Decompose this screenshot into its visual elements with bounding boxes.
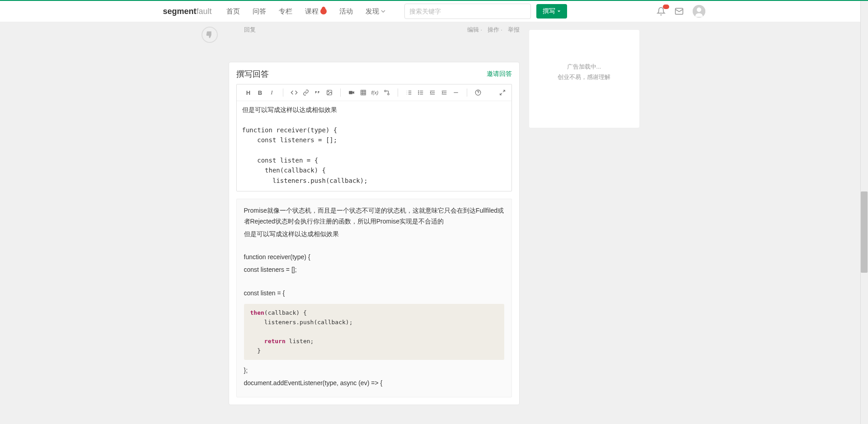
code-keyword: then — [250, 309, 264, 316]
fire-icon — [320, 8, 327, 14]
nav-discover-label: 发现 — [366, 7, 379, 16]
nav-course[interactable]: 课程 — [300, 4, 332, 19]
preview-line: const listeners = []; — [244, 265, 504, 275]
fullscreen-button[interactable] — [497, 87, 508, 98]
code-text: } — [250, 347, 261, 354]
hr-button[interactable] — [450, 87, 461, 98]
preview-line: }; — [244, 365, 504, 376]
formula-button[interactable]: f(x) — [370, 87, 380, 98]
nav-column[interactable]: 专栏 — [273, 4, 298, 19]
indent-button[interactable] — [439, 87, 450, 98]
report-link[interactable]: 举报 — [508, 26, 520, 33]
svg-line-34 — [500, 93, 502, 95]
italic-button[interactable]: I — [267, 87, 277, 98]
svg-rect-6 — [361, 90, 366, 95]
svg-point-4 — [328, 91, 328, 92]
code-text: listeners.push(callback); — [250, 319, 353, 326]
preview-panel: Promise就像一个状态机，而且是一个状态不可逆的状态机，这就意味它只会在到达… — [236, 199, 512, 397]
ordered-list-button[interactable] — [404, 87, 414, 98]
notification-badge — [663, 5, 669, 9]
nav-discover[interactable]: 发现 — [360, 4, 391, 19]
caret-down-icon — [557, 9, 561, 13]
flowchart-button[interactable] — [381, 87, 392, 98]
unordered-list-button[interactable] — [415, 87, 426, 98]
svg-point-12 — [387, 93, 389, 95]
editor-textarea[interactable] — [237, 101, 511, 190]
nav-home[interactable]: 首页 — [221, 4, 245, 19]
search-input[interactable] — [404, 4, 531, 19]
ad-box: 广告加载中... 创业不易，感谢理解 — [529, 29, 640, 128]
svg-point-11 — [384, 90, 386, 92]
video-button[interactable] — [346, 87, 357, 98]
editor-toolbar: H B I — [237, 84, 511, 101]
heading-button[interactable]: H — [243, 87, 254, 98]
logo-bold: segment — [163, 7, 197, 16]
scrollbar-thumb[interactable] — [861, 191, 868, 273]
editor-wrap: H B I — [236, 84, 512, 191]
mail-icon[interactable] — [675, 7, 684, 16]
sidebar: 广告加载中... 创业不易，感谢理解 — [529, 29, 640, 405]
svg-point-21 — [418, 91, 418, 91]
preview-line: 但是可以写成这样以达成相似效果 — [244, 229, 504, 240]
preview-code-block: then(callback) { listeners.push(callback… — [244, 304, 504, 360]
code-text: (callback) { — [264, 309, 307, 316]
write-button[interactable]: 撰写 — [536, 4, 567, 19]
logo[interactable]: segmentfault — [163, 7, 212, 16]
answer-editor-box: 撰写回答 邀请回答 H B I — [229, 62, 520, 405]
preview-line: Promise就像一个状态机，而且是一个状态不可逆的状态机，这就意味它只会在到达… — [244, 205, 504, 227]
ad-note-text: 创业不易，感谢理解 — [538, 72, 630, 82]
notification-icon[interactable] — [657, 7, 666, 16]
thumbs-down-icon — [206, 31, 214, 39]
header: segmentfault 首页 问答 专栏 课程 活动 发现 撰写 — [0, 1, 868, 22]
link-button[interactable] — [300, 87, 311, 98]
code-button[interactable] — [289, 87, 300, 98]
svg-line-33 — [503, 90, 505, 92]
page-scrollbar[interactable] — [860, 1, 868, 405]
answer-actions: 回复 编辑 · 操作 · 举报 — [240, 22, 520, 39]
preview-line: const listen = { — [244, 288, 504, 299]
invite-answer-link[interactable]: 邀请回答 — [487, 70, 512, 78]
nav: 首页 问答 专栏 课程 活动 发现 — [221, 4, 391, 19]
operate-link[interactable]: 操作 — [488, 26, 499, 33]
image-button[interactable] — [324, 87, 335, 98]
edit-link[interactable]: 编辑 — [467, 26, 479, 33]
code-text: listen; — [286, 338, 314, 345]
logo-thin: fault — [197, 7, 212, 16]
nav-activity[interactable]: 活动 — [334, 4, 358, 19]
preview-line: document.addEventListener(type, async (e… — [244, 378, 504, 389]
outdent-button[interactable] — [427, 87, 438, 98]
svg-point-23 — [418, 94, 418, 94]
preview-line: function receiver(type) { — [244, 252, 504, 263]
nav-course-label: 课程 — [305, 7, 319, 16]
quote-button[interactable] — [312, 87, 323, 98]
avatar[interactable] — [693, 5, 705, 18]
nav-qa[interactable]: 问答 — [247, 4, 272, 19]
code-keyword: return — [264, 338, 286, 345]
table-button[interactable] — [358, 87, 369, 98]
help-button[interactable] — [473, 87, 483, 98]
svg-rect-5 — [349, 91, 352, 94]
svg-point-22 — [418, 92, 418, 93]
chevron-down-icon — [381, 9, 385, 14]
write-button-label: 撰写 — [543, 7, 555, 15]
editor-title: 撰写回答 — [236, 69, 269, 79]
bold-button[interactable]: B — [255, 87, 266, 98]
ad-loading-text: 广告加载中... — [538, 61, 630, 72]
reply-link[interactable]: 回复 — [244, 26, 256, 34]
svg-point-2 — [697, 8, 701, 12]
downvote-button[interactable] — [202, 27, 218, 43]
